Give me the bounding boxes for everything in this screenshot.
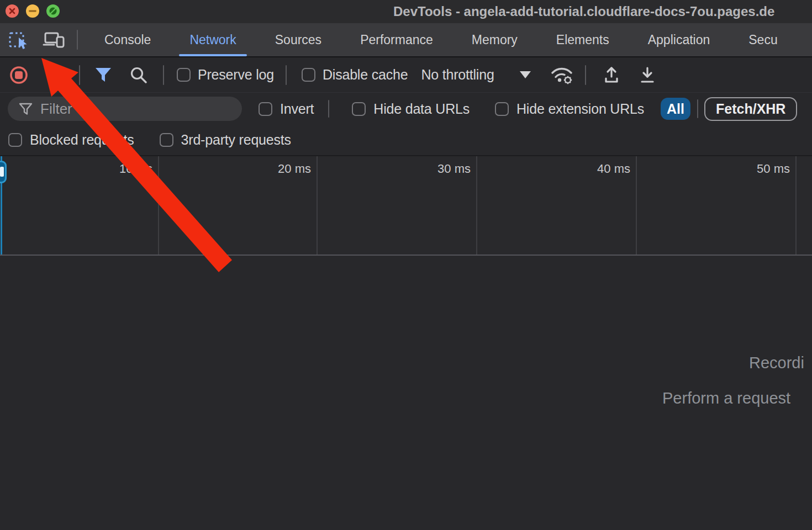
- filter-input[interactable]: [40, 100, 223, 118]
- zoom-window-icon[interactable]: [46, 4, 60, 18]
- filter-input-container: [8, 97, 242, 121]
- hide-data-urls-label[interactable]: Hide data URLs: [373, 101, 470, 117]
- toolbar-divider: [79, 65, 80, 85]
- empty-state-perform-request-text: Perform a request: [662, 389, 790, 407]
- clear-network-log-icon[interactable]: [46, 66, 65, 84]
- toolbar-divider: [77, 30, 78, 50]
- titlebar: DevTools - angela-add-tutorial.cloudflar…: [0, 0, 812, 23]
- export-har-icon[interactable]: [638, 66, 657, 84]
- hide-extension-urls-label[interactable]: Hide extension URLs: [516, 101, 644, 117]
- third-party-requests-checkbox[interactable]: [160, 133, 173, 147]
- timeline-gridline: [795, 156, 797, 255]
- timeline-tick-20ms: 20 ms: [245, 162, 311, 176]
- tab-console[interactable]: Console: [92, 23, 163, 56]
- timeline-tick-30ms: 30 ms: [404, 162, 471, 176]
- timeline-tick-40ms: 40 ms: [564, 162, 630, 176]
- window-title: DevTools - angela-add-tutorial.cloudflar…: [393, 0, 774, 23]
- toolbar-divider: [163, 65, 164, 85]
- toolbar-divider: [286, 65, 287, 85]
- network-filterbar: Invert Hide data URLs Hide extension URL…: [0, 93, 812, 125]
- tab-network[interactable]: Network: [177, 23, 248, 56]
- timeline-gridline: [636, 156, 637, 255]
- search-icon[interactable]: [130, 66, 147, 84]
- network-conditions-icon[interactable]: [550, 65, 573, 85]
- devtools-tabbar: Console Network Sources Performance Memo…: [0, 23, 812, 57]
- preserve-log-checkbox[interactable]: [177, 68, 191, 82]
- request-filters-row: Blocked requests 3rd-party requests: [0, 125, 812, 156]
- window-controls: [6, 4, 60, 18]
- network-log-empty-area: Recordi Perform a request: [0, 256, 812, 530]
- filter-chip-all[interactable]: All: [661, 98, 690, 120]
- tab-elements[interactable]: Elements: [544, 23, 621, 56]
- record-network-log-icon[interactable]: [9, 65, 29, 85]
- timeline-gridline: [476, 156, 477, 255]
- import-har-icon[interactable]: [602, 66, 621, 84]
- close-window-icon[interactable]: [6, 4, 19, 18]
- network-overview-timeline[interactable]: 10 ms 20 ms 30 ms 40 ms 50 ms: [0, 156, 812, 256]
- funnel-icon: [19, 103, 33, 115]
- invert-checkbox[interactable]: [259, 102, 272, 116]
- hide-extension-urls-checkbox[interactable]: [495, 102, 509, 116]
- tab-sources[interactable]: Sources: [263, 23, 334, 56]
- filter-toggle-icon[interactable]: [95, 67, 112, 83]
- third-party-requests-label[interactable]: 3rd-party requests: [181, 132, 291, 148]
- timeline-tick-10ms: 10 ms: [86, 162, 152, 176]
- hide-data-urls-checkbox[interactable]: [352, 102, 366, 116]
- tab-memory[interactable]: Memory: [460, 23, 530, 56]
- tab-security[interactable]: Secu: [736, 23, 789, 56]
- timeline-tick-50ms: 50 ms: [724, 162, 790, 176]
- timeline-gridline: [317, 156, 318, 255]
- timeline-drag-handle-grip: [0, 167, 4, 177]
- toolbar-divider: [585, 65, 586, 85]
- tab-performance[interactable]: Performance: [348, 23, 445, 56]
- timeline-gridline: [158, 156, 159, 255]
- throttling-select[interactable]: No throttling: [421, 67, 494, 83]
- filter-divider: [697, 99, 698, 118]
- preserve-log-label[interactable]: Preserve log: [198, 67, 274, 83]
- disable-cache-checkbox[interactable]: [302, 68, 315, 82]
- inspect-element-icon[interactable]: [8, 29, 29, 50]
- blocked-requests-label[interactable]: Blocked requests: [30, 132, 134, 148]
- minimize-window-icon[interactable]: [26, 4, 39, 18]
- device-toolbar-icon[interactable]: [43, 29, 66, 50]
- blocked-requests-checkbox[interactable]: [8, 133, 22, 147]
- invert-label[interactable]: Invert: [280, 101, 314, 117]
- empty-state-recording-text: Recordi: [749, 354, 804, 372]
- timeline-drag-handle[interactable]: [0, 161, 7, 183]
- network-toolbar: Preserve log Disable cache No throttling: [0, 57, 812, 93]
- chevron-down-icon[interactable]: [520, 71, 531, 78]
- filter-divider: [328, 100, 329, 118]
- tab-application[interactable]: Application: [636, 23, 723, 56]
- disable-cache-label[interactable]: Disable cache: [323, 67, 408, 83]
- filter-chip-fetch-xhr[interactable]: Fetch/XHR: [704, 97, 797, 121]
